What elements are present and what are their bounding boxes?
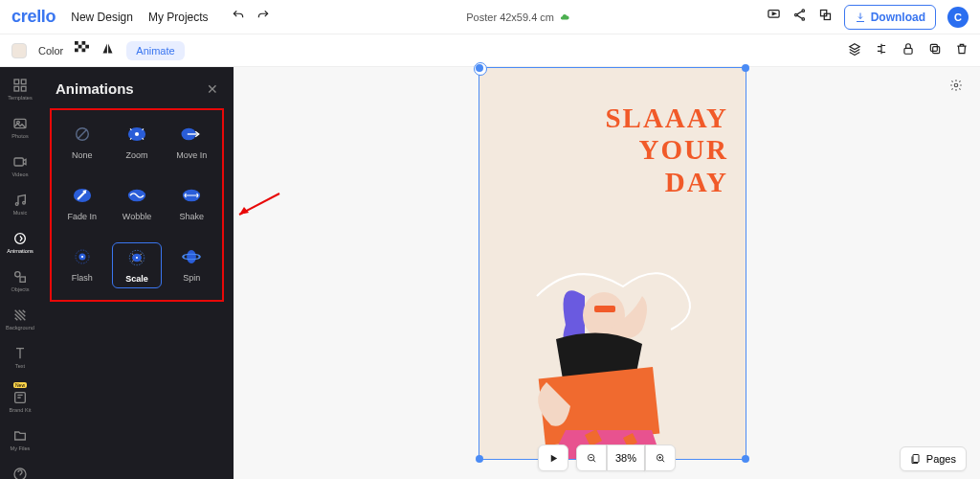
flip-icon[interactable] [100, 41, 115, 59]
download-button[interactable]: Download [844, 5, 936, 30]
svg-rect-7 [75, 41, 78, 45]
handle-top-right[interactable] [742, 64, 749, 72]
transparency-icon[interactable] [75, 41, 89, 59]
rail-background[interactable]: Background [3, 305, 37, 333]
svg-rect-16 [14, 80, 19, 84]
canvas-bottom-controls: 38% [538, 445, 676, 471]
new-design-link[interactable]: New Design [71, 11, 133, 24]
play-button[interactable] [538, 445, 568, 471]
svg-rect-9 [78, 45, 82, 49]
svg-rect-27 [20, 277, 25, 282]
annotation-arrow [234, 188, 281, 224]
toolbar-right-icons [848, 42, 969, 59]
anim-movein[interactable]: Move In [167, 120, 216, 164]
svg-point-41 [81, 256, 83, 258]
svg-point-47 [954, 83, 958, 87]
rail-text[interactable]: Text [3, 343, 37, 372]
artboard[interactable]: SLAAAY YOUR DAY [479, 67, 746, 460]
context-toolbar: Color Animate [0, 34, 980, 67]
rail-myfiles[interactable]: My Files [3, 425, 37, 454]
rail-templates[interactable]: Templates [3, 75, 37, 103]
animation-grid: None Zoom Move In Fade In Wobble Shake F… [57, 120, 216, 288]
main: Templates Photos Videos Music Animations… [0, 67, 980, 479]
redo-icon[interactable] [256, 9, 270, 26]
shake-icon [178, 185, 205, 206]
svg-rect-15 [930, 44, 937, 51]
undo-icon[interactable] [232, 9, 245, 26]
share-icon[interactable] [792, 8, 807, 26]
svg-line-31 [78, 129, 87, 139]
svg-point-23 [15, 203, 18, 206]
svg-point-44 [136, 257, 138, 259]
zoom-group: 38% [576, 445, 676, 471]
poster-line-1: SLAAAY [479, 103, 728, 134]
svg-point-24 [23, 201, 26, 204]
animations-panel: Animations ✕ None Zoom Move In Fade In W… [40, 67, 234, 479]
duplicate-icon[interactable] [928, 42, 942, 59]
anim-spin[interactable]: Spin [167, 242, 216, 288]
top-bar: crello New Design My Projects Poster 42x… [0, 0, 980, 34]
color-label: Color [38, 45, 63, 57]
undo-redo-group [232, 9, 270, 26]
svg-rect-17 [21, 80, 26, 84]
handle-bottom-right[interactable] [742, 455, 749, 463]
handle-bottom-left[interactable] [476, 455, 483, 463]
rail-objects[interactable]: Objects [3, 266, 37, 295]
anim-flash[interactable]: Flash [57, 242, 106, 288]
rail-animations[interactable]: Animations [3, 228, 37, 257]
svg-rect-14 [933, 46, 940, 53]
svg-rect-13 [904, 48, 912, 54]
rail-brandkit[interactable]: NewBrand Kit [3, 381, 37, 416]
zoom-in-button[interactable] [645, 445, 676, 471]
handle-top-left[interactable] [476, 64, 483, 72]
zoom-out-button[interactable] [576, 445, 607, 471]
svg-rect-53 [913, 455, 919, 463]
color-swatch[interactable] [11, 43, 27, 58]
top-right-group: Download C [767, 5, 969, 30]
svg-rect-12 [82, 49, 86, 53]
svg-rect-18 [14, 86, 19, 91]
flash-icon [69, 246, 96, 267]
align-icon[interactable] [875, 42, 888, 59]
svg-point-26 [15, 272, 20, 277]
anim-none[interactable]: None [57, 120, 106, 164]
brand-logo[interactable]: crello [11, 7, 56, 27]
svg-point-25 [15, 234, 26, 244]
canvas[interactable]: SLAAAY YOUR DAY [234, 67, 980, 479]
close-icon[interactable]: ✕ [207, 81, 218, 97]
svg-point-3 [802, 18, 805, 21]
svg-point-1 [802, 10, 805, 12]
movein-icon [178, 124, 205, 145]
animate-button[interactable]: Animate [126, 41, 184, 60]
avatar[interactable]: C [947, 7, 969, 28]
fadein-icon [69, 185, 96, 206]
svg-point-2 [794, 13, 797, 16]
anim-fadein[interactable]: Fade In [57, 181, 106, 225]
wobble-icon [123, 185, 150, 206]
pages-button[interactable]: Pages [900, 446, 967, 471]
anim-shake[interactable]: Shake [167, 181, 216, 225]
svg-rect-10 [86, 45, 90, 49]
gear-icon[interactable] [949, 79, 963, 96]
zoom-value[interactable]: 38% [607, 445, 645, 471]
svg-rect-19 [21, 86, 26, 91]
lock-icon[interactable] [902, 42, 915, 59]
trash-icon[interactable] [955, 42, 969, 59]
poster-line-2: YOUR [479, 134, 728, 166]
anim-zoom[interactable]: Zoom [112, 120, 161, 164]
resize-icon[interactable] [818, 8, 833, 26]
rail-howit[interactable]: How It Works [3, 464, 37, 479]
anim-wobble[interactable]: Wobble [112, 181, 161, 225]
layers-icon[interactable] [848, 42, 861, 59]
rail-music[interactable]: Music [3, 190, 37, 218]
panel-title: Animations [56, 80, 134, 97]
svg-rect-11 [75, 49, 78, 53]
my-projects-link[interactable]: My Projects [148, 11, 209, 24]
rail-photos[interactable]: Photos [3, 113, 37, 142]
rail-videos[interactable]: Videos [3, 151, 37, 180]
doc-title-label: Poster 42x59.4 cm [466, 11, 554, 23]
anim-scale[interactable]: Scale [112, 242, 161, 288]
svg-rect-22 [14, 158, 23, 166]
svg-rect-8 [82, 41, 86, 45]
present-icon[interactable] [767, 8, 781, 26]
